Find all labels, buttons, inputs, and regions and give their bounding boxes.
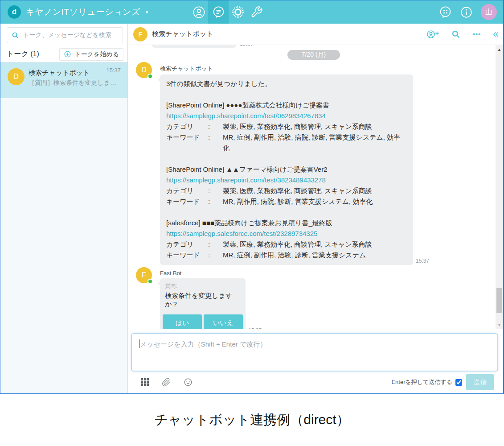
user-avatar[interactable]: 山: [481, 4, 497, 20]
more-options-icon[interactable]: •••: [472, 30, 481, 38]
scrollbar-thumb[interactable]: [496, 288, 502, 313]
quick-reply-button[interactable]: いいえ: [204, 314, 243, 329]
message-text-line: 3件の類似文書が見つかりました。: [166, 78, 407, 89]
enter-to-send-label: Enterを押して送信する: [391, 378, 452, 386]
blank-line: [166, 207, 407, 218]
clipped-message-time: 15:37: [240, 45, 253, 48]
clipped-message-bubble: [152, 45, 236, 48]
document-link[interactable]: https://samplegp.salesforce.com/test/232…: [166, 228, 407, 239]
quick-reply-button[interactable]: はい: [163, 314, 202, 329]
message-text-line: [SharePoint Online] ●●●●製薬株式会社様向けご提案書: [166, 100, 407, 111]
attribute-line: カテゴリ:製薬, 医療, 業務効率化, 商談管理, スキャン系商談: [166, 121, 407, 132]
message-text-line: [SharePoint Online] ▲▲ファーマ様向けご提案書Ver2: [166, 164, 407, 175]
direct-logo[interactable]: d: [8, 5, 21, 19]
apps-bubble-icon[interactable]: [439, 6, 452, 19]
message-sender-name: Fast Bot: [160, 267, 503, 277]
search-input[interactable]: トーク、メッセージなどを検索: [7, 27, 123, 43]
message-scroll-area[interactable]: 15:37 7/20 (月) D 検索チャットボット 3件の類似文書が見つかりま…: [128, 45, 503, 329]
search-placeholder: トーク、メッセージなどを検索: [23, 31, 111, 39]
search-icon: [12, 32, 19, 39]
document-link[interactable]: https://samplegp.sharepoint.com/test/382…: [166, 175, 407, 186]
dial-icon[interactable]: [229, 0, 247, 24]
attribute-line: カテゴリ:製薬, 医療, 業務効率化, 商談管理, スキャン系商談: [166, 186, 407, 196]
info-icon[interactable]: [460, 6, 473, 19]
scroll-down-arrow-icon[interactable]: ▼: [496, 323, 503, 327]
topbar-tabs: [189, 0, 266, 24]
online-status-dot: [148, 279, 153, 284]
search-in-talk-icon[interactable]: [451, 30, 460, 39]
chat-panel: F 検索チャットボット •••: [128, 24, 503, 394]
chat-avatar: F: [133, 27, 148, 41]
bot-question-message: F Fast Bot 質問: 検索条件を変更しますか？ はいいいえ 15:37: [136, 267, 503, 329]
figure-caption: チャットボット連携例（direct）: [0, 411, 504, 429]
date-divider: 7/20 (月): [287, 50, 340, 60]
topbar-right: 山: [439, 0, 497, 24]
online-status-dot: [148, 74, 153, 79]
start-talk-label: トークを始める: [74, 50, 119, 58]
message-text-line: [salesforce] ■■■薬品様向けご提案兼お見積り書_最終版: [166, 218, 407, 228]
talks-header-row: トーク (1) トークを始める: [0, 46, 127, 62]
send-button[interactable]: 送信: [466, 374, 494, 390]
attribute-line: キーワード:MR, 症例, 副作用, 治験, 診断, 営業支援システム: [166, 250, 407, 260]
attribute-line: キーワード:MR, 副作用, 病院, 診断, 営業支援システム, 効率化: [166, 196, 407, 207]
question-text: 検索条件を変更しますか？: [165, 292, 241, 309]
blank-line: [166, 153, 407, 164]
composer: メッセージを入力（Shift + Enter で改行）: [128, 329, 503, 394]
chat-item-time: 15:37: [106, 67, 121, 74]
message-time: 15:37: [248, 327, 262, 329]
scrollbar[interactable]: ▲ ▼: [496, 45, 503, 329]
sidebar-empty-area: [0, 98, 127, 394]
chat-item-avatar: D: [8, 68, 25, 85]
question-bubble: 質問: 検索条件を変更しますか？ はいいいえ: [160, 278, 246, 329]
wrench-icon[interactable]: [247, 0, 266, 24]
chat-item-name: 検索チャットボット: [29, 69, 116, 77]
chat-title: 検索チャットボット: [152, 30, 213, 38]
emoji-icon[interactable]: [184, 378, 193, 387]
message-time: 15:37: [416, 258, 429, 264]
attribute-line: カテゴリ:製薬, 医療, 業務効率化, 商談管理, スキャン系商談: [166, 239, 407, 250]
quick-reply-buttons: はいいいえ: [163, 314, 243, 329]
contacts-icon[interactable]: [189, 0, 208, 24]
scroll-up-arrow-icon[interactable]: ▲: [496, 47, 503, 52]
message-input[interactable]: メッセージを入力（Shift + Enter で改行）: [131, 333, 498, 372]
organization-name[interactable]: キヤノンITソリューションズ: [26, 6, 140, 18]
chevron-down-icon[interactable]: ▾: [146, 9, 148, 15]
message-input-placeholder: メッセージを入力（Shift + Enter で改行）: [140, 340, 266, 348]
question-label: 質問:: [165, 282, 243, 290]
attachment-icon[interactable]: [162, 377, 171, 387]
talks-count-label: トーク (1): [7, 50, 39, 59]
sidebar: トーク、メッセージなどを検索 トーク (1) トークを始める 15:37 D 検…: [0, 24, 128, 394]
chat-list-item-selected[interactable]: 15:37 D 検索チャットボット ［質問］検索条件を変更しま…: [0, 62, 127, 98]
chat-header: F 検索チャットボット •••: [128, 24, 503, 45]
blank-line: [166, 89, 407, 100]
stamp-grid-icon[interactable]: [141, 378, 149, 386]
start-talk-button[interactable]: トークを始める: [59, 48, 123, 61]
document-link[interactable]: https://samplegp.sharepoint.com/test/062…: [166, 111, 407, 121]
message-bubble: 3件の類似文書が見つかりました。[SharePoint Online] ●●●●…: [160, 74, 413, 265]
app-window: d キヤノンITソリューションズ ▾: [0, 0, 504, 394]
chat-item-preview: ［質問］検索条件を変更しま…: [29, 79, 116, 87]
plus-circle-icon: [64, 50, 71, 58]
top-bar: d キヤノンITソリューションズ ▾: [0, 0, 503, 24]
enter-to-send-checkbox[interactable]: [455, 379, 462, 386]
collapse-panel-icon[interactable]: «: [493, 28, 499, 40]
talk-bubble-icon: [212, 6, 225, 19]
bot-message: D 検索チャットボット 3件の類似文書が見つかりました。[SharePoint …: [136, 62, 503, 265]
attribute-line: キーワード:MR, 症例, 副作用, 治験, 病院, 診断, 営業支援システム,…: [166, 132, 407, 153]
message-sender-name: 検索チャットボット: [160, 62, 503, 73]
invite-user-icon[interactable]: [426, 29, 439, 40]
text-caret: [139, 339, 139, 348]
composer-toolbar: Enterを押して送信する 送信: [131, 372, 498, 393]
tab-talks-selected[interactable]: [208, 0, 229, 24]
